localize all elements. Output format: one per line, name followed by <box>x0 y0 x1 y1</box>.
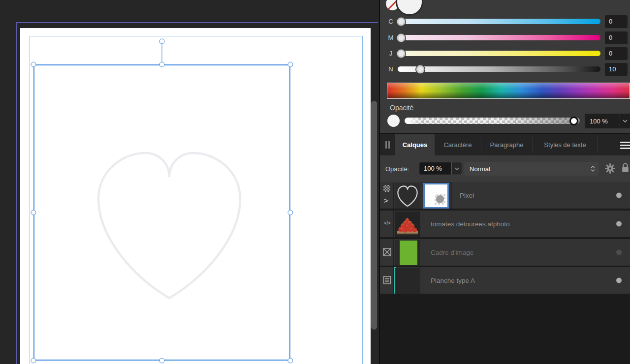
chevron-down-icon[interactable] <box>620 114 630 128</box>
handle-top-right[interactable] <box>288 62 293 67</box>
layer-row-planche-type-a[interactable]: Planche type A <box>380 267 630 295</box>
layers-toolbar: Opacité: 100 % Normal <box>380 155 630 182</box>
image-frame-icon <box>383 248 391 256</box>
chevron-down-icon[interactable] <box>452 162 462 175</box>
black-slider-handle[interactable] <box>416 65 425 73</box>
embedded-document-icon: </> <box>381 220 393 226</box>
handle-top-left[interactable] <box>31 62 36 67</box>
layer-gutter: </> <box>380 211 394 237</box>
yellow-slider-handle[interactable] <box>397 49 406 58</box>
magenta-value-field[interactable]: 0 <box>605 31 628 44</box>
selection-bounding-box <box>33 64 290 361</box>
chevron-up-down-icon <box>591 166 595 172</box>
layer-thumbnail-green-frame[interactable] <box>395 240 420 266</box>
layer-row-pixel[interactable]: > Pixel <box>380 182 630 210</box>
layer-thumbnail-tomatoes[interactable] <box>395 212 420 237</box>
handle-bottom-right[interactable] <box>288 358 293 364</box>
opacity-color-swatch[interactable] <box>387 115 400 127</box>
gear-icon[interactable] <box>604 163 616 174</box>
opacity-value-dropdown[interactable]: 100 % <box>585 114 630 128</box>
handle-mid-left[interactable] <box>31 210 36 215</box>
yellow-slider-track[interactable] <box>398 51 600 56</box>
layer-name: tomates detourees.afphoto <box>431 211 510 237</box>
magenta-slider-track[interactable] <box>398 35 600 40</box>
cyan-slider-handle[interactable] <box>397 17 406 26</box>
visibility-toggle[interactable] <box>616 278 622 283</box>
panel-empty-area <box>380 296 630 364</box>
visibility-toggle[interactable] <box>616 250 622 255</box>
layer-thumbnail-heart[interactable] <box>395 183 420 209</box>
color-panel: C 0 M 0 J 0 N 10 Opacité 10 <box>380 0 630 133</box>
current-color-swatch[interactable] <box>396 0 423 16</box>
layer-gutter: > <box>380 182 394 209</box>
cyan-value-field[interactable]: 0 <box>605 15 628 28</box>
studio-tab-bar: Calques Caractère Paragraphe Styles de t… <box>380 133 630 155</box>
black-slider-label: N <box>387 65 395 73</box>
affinity-window: C 0 M 0 J 0 N 10 Opacité 10 <box>0 0 630 364</box>
cyan-slider-label: C <box>387 18 395 26</box>
cyan-slider-track[interactable] <box>398 19 600 24</box>
expand-chevron-icon[interactable]: > <box>384 197 388 205</box>
tab-separator <box>598 137 598 153</box>
panel-grip-icon[interactable] <box>388 141 390 149</box>
tab-separator <box>481 137 481 153</box>
magenta-slider-label: M <box>387 34 395 42</box>
layer-thumbnail-artboard[interactable] <box>395 268 420 294</box>
opacity-value: 100 % <box>585 118 620 125</box>
rotation-handle[interactable] <box>159 39 165 44</box>
handle-bottom-left[interactable] <box>31 358 36 364</box>
layer-opacity-field[interactable]: 100 % <box>419 162 452 175</box>
layer-name: Pixel <box>460 182 474 209</box>
document-canvas[interactable] <box>0 0 378 364</box>
color-spectrum-bar[interactable] <box>387 83 630 99</box>
layer-name: Planche type A <box>431 267 475 294</box>
green-fill <box>400 241 417 265</box>
panel-grip-icon[interactable] <box>385 141 387 149</box>
yellow-slider-label: J <box>387 50 395 58</box>
visibility-toggle[interactable] <box>616 193 622 198</box>
visibility-toggle[interactable] <box>616 221 622 227</box>
panel-menu-icon[interactable] <box>620 142 630 151</box>
black-slider-track[interactable] <box>398 66 600 72</box>
layer-name: Cadre d'image <box>431 239 473 266</box>
layer-gutter <box>380 239 394 266</box>
black-value-field[interactable]: 10 <box>605 63 628 76</box>
pixel-content-dot <box>436 195 444 203</box>
handle-mid-right[interactable] <box>288 210 293 215</box>
artboard-list-icon <box>383 276 391 284</box>
yellow-value-field[interactable]: 0 <box>605 47 628 60</box>
rotation-handle-stem <box>161 44 162 62</box>
magenta-slider-handle[interactable] <box>397 33 406 42</box>
transparency-checker-icon <box>383 185 390 192</box>
lock-icon[interactable] <box>621 162 630 173</box>
opacity-slider-track[interactable] <box>405 118 580 124</box>
tab-styles-de-texte[interactable]: Styles de texte <box>533 134 598 156</box>
handle-top-center[interactable] <box>159 62 165 67</box>
tab-calques[interactable]: Calques <box>395 134 435 156</box>
layer-row-tomates[interactable]: </> <box>380 211 630 238</box>
opacity-slider-handle[interactable] <box>569 117 578 125</box>
right-panel: C 0 M 0 J 0 N 10 Opacité 10 <box>379 0 630 364</box>
tab-separator <box>533 137 533 153</box>
layer-gutter <box>380 267 394 294</box>
vertical-scrollbar-thumb[interactable] <box>371 101 377 330</box>
tab-caractere[interactable]: Caractère <box>435 134 481 156</box>
thumbnail-transparency-checker <box>435 194 445 205</box>
layer-thumbnail-pixel-selected[interactable] <box>423 183 449 209</box>
blend-mode-dropdown[interactable]: Normal <box>464 162 599 176</box>
layer-opacity-label: Opacité: <box>385 165 409 173</box>
layer-row-cadre-image[interactable]: Cadre d'image <box>380 239 630 267</box>
tab-paragraphe[interactable]: Paragraphe <box>481 134 533 156</box>
opacity-section-label: Opacité <box>390 104 413 112</box>
handle-bottom-center[interactable] <box>159 358 165 364</box>
blend-mode-value: Normal <box>470 165 490 173</box>
